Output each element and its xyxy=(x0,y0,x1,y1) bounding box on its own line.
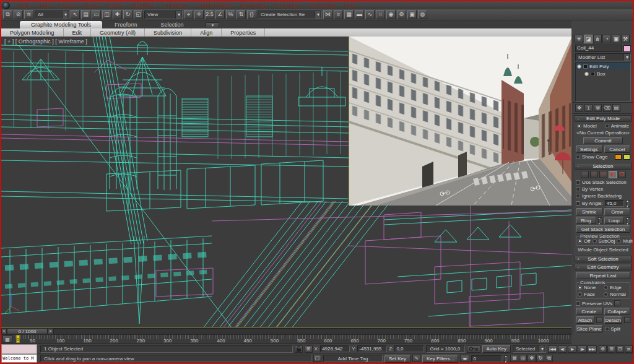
utilities-tab[interactable]: ⚒ xyxy=(621,35,630,43)
field-of-view-icon[interactable]: ◎ xyxy=(519,355,527,362)
animate-radio[interactable]: Animate xyxy=(605,123,629,129)
modify-tab[interactable]: ◪ xyxy=(584,35,593,43)
remove-modifier-icon[interactable]: ⌫ xyxy=(603,104,611,112)
zoom-icon[interactable]: ⊕ xyxy=(599,345,607,353)
menu-item[interactable]: Customize xyxy=(270,2,305,9)
mini-curve-editor-icon[interactable]: ▦ xyxy=(2,336,12,343)
menu-item[interactable]: Edit xyxy=(15,2,33,9)
current-frame-field[interactable]: 0 xyxy=(471,355,502,362)
rollout-header[interactable]: -Edit Geometry xyxy=(575,264,632,271)
menu-item[interactable]: Help xyxy=(340,2,360,9)
time-slider-track[interactable] xyxy=(53,328,571,334)
ring-spinner[interactable] xyxy=(598,217,602,224)
selection-checkbox[interactable]: By Vertex xyxy=(576,186,630,192)
ribbon-panel-tab[interactable]: Properties xyxy=(222,28,265,37)
ribbon-tab[interactable]: Graphite Modeling Tools xyxy=(20,21,102,28)
menu-item[interactable]: Modifiers xyxy=(128,2,159,9)
preserve-uvs-settings-icon[interactable] xyxy=(614,300,620,306)
coordinate-field[interactable]: 4928,942 xyxy=(320,345,350,352)
vertex-subobject-icon[interactable]: ∴ xyxy=(581,171,589,178)
select-and-rotate-icon[interactable]: ↻ xyxy=(123,10,132,19)
rollout-header[interactable]: +Soft Selection xyxy=(575,256,632,262)
modifier-list-dropdown[interactable]: Modifier List xyxy=(575,53,631,61)
camera-viewport[interactable] xyxy=(349,37,571,206)
mirror-icon[interactable]: ⋈ xyxy=(323,10,332,19)
goto-end-button[interactable]: ▶▶| xyxy=(588,345,597,353)
object-color-swatch[interactable] xyxy=(623,45,631,52)
ribbon-minimize-icon[interactable]: ▾ xyxy=(206,22,219,28)
shrink-button[interactable]: Shrink xyxy=(576,208,602,215)
menu-item[interactable]: Rendering xyxy=(236,2,271,9)
make-unique-icon[interactable]: ⋓ xyxy=(594,104,602,112)
constraint-radio[interactable]: Normal xyxy=(604,292,628,297)
object-name-field[interactable]: Coll_44 xyxy=(575,45,622,52)
set-keys-icon[interactable] xyxy=(467,345,480,353)
curve-editor-icon[interactable]: ∿ xyxy=(365,10,375,19)
preview-selection-radio[interactable]: SubObj xyxy=(593,238,615,244)
visibility-bulb-icon[interactable] xyxy=(577,64,581,69)
current-frame-marker[interactable]: 0 xyxy=(16,335,20,343)
edge-subobject-icon[interactable]: ∕ xyxy=(590,171,598,178)
polygon-subobject-icon[interactable]: ■ xyxy=(609,171,617,178)
reference-coordinate-dropdown[interactable]: View xyxy=(144,11,183,19)
split-checkbox[interactable]: Split xyxy=(605,326,631,332)
ribbon-panel-tab[interactable]: Polygon Modeling xyxy=(1,28,64,37)
commit-button[interactable]: Commit xyxy=(583,137,623,144)
select-and-scale-icon[interactable]: ◱ xyxy=(134,10,143,19)
cancel-button[interactable]: Cancel xyxy=(604,145,631,153)
spinner-snap-icon[interactable]: ⇅ xyxy=(237,10,246,19)
select-and-manipulate-icon[interactable]: ✛ xyxy=(194,10,204,19)
preview-selection-radio[interactable]: Multi xyxy=(617,238,633,244)
time-slider-handle[interactable]: 0 / 1000 xyxy=(7,328,48,334)
rollout-header[interactable]: -Selection xyxy=(575,163,632,170)
by-angle-spinner[interactable] xyxy=(626,200,630,207)
zoom-region-icon[interactable]: ⊠ xyxy=(510,355,518,362)
align-icon[interactable]: ≡ xyxy=(334,10,343,19)
coordinate-field[interactable]: 0,0 xyxy=(394,345,424,352)
menu-item[interactable]: Animation xyxy=(159,2,193,9)
rectangular-selection-icon[interactable]: ▭ xyxy=(92,10,101,19)
percent-snap-icon[interactable]: % xyxy=(226,10,235,19)
next-frame-button[interactable]: |▶ xyxy=(578,345,587,353)
set-key-button[interactable]: Set Key xyxy=(384,355,410,363)
configure-modifier-sets-icon[interactable]: ▤ xyxy=(612,104,620,112)
angle-snap-icon[interactable]: ∠ xyxy=(215,10,225,19)
pin-stack-icon[interactable]: ✥ xyxy=(575,104,583,112)
track-bar[interactable]: ▦ 50100150200250300350400450500550600650… xyxy=(1,335,571,344)
hierarchy-tab[interactable]: ⋔ xyxy=(593,35,602,43)
ribbon-panel-tab[interactable]: Subdivision xyxy=(145,28,191,37)
menu-item[interactable]: Tools xyxy=(33,2,55,9)
rendered-frame-icon[interactable]: ▣ xyxy=(407,10,417,19)
loop-button[interactable]: Loop xyxy=(604,217,625,224)
selection-filter-dropdown[interactable]: All xyxy=(35,11,69,19)
grow-button[interactable]: Grow xyxy=(604,208,631,215)
menu-item[interactable]: Views xyxy=(79,2,103,9)
display-tab[interactable]: ▣ xyxy=(612,35,620,43)
unlink-selection-icon[interactable]: ⊘ xyxy=(14,10,23,19)
repeat-last-button[interactable]: Repeat Last xyxy=(576,272,630,279)
time-slider[interactable]: < 0 / 1000 > xyxy=(1,327,571,335)
element-subobject-icon[interactable]: ❒ xyxy=(618,171,626,178)
prev-frame-arrow[interactable]: < xyxy=(1,328,7,334)
attach-settings-icon[interactable] xyxy=(596,317,602,323)
modifier-stack-row[interactable]: Box xyxy=(576,70,630,77)
isolate-selection-icon[interactable]: ▢ xyxy=(313,355,321,362)
menu-item[interactable]: MAXScript xyxy=(305,2,341,9)
by-angle-checkbox[interactable]: By Angle: xyxy=(576,201,603,206)
next-frame-arrow[interactable]: > xyxy=(48,328,53,334)
material-editor-icon[interactable]: ◉ xyxy=(386,10,396,19)
zoom-extents-all-icon[interactable]: ⧈ xyxy=(625,345,633,353)
window-crossing-icon[interactable]: ◫ xyxy=(102,10,111,19)
constraint-radio[interactable]: None xyxy=(578,285,602,290)
attach-button[interactable]: Attach xyxy=(576,316,594,324)
viewport-label[interactable]: [ + ] [ Orthographic ] [ Wireframe ] xyxy=(4,38,87,45)
menu-item[interactable]: Group xyxy=(55,2,79,9)
ring-button[interactable]: Ring xyxy=(576,217,596,224)
zoom-all-icon[interactable]: ⊞ xyxy=(607,345,615,353)
render-setup-icon[interactable]: ⚙ xyxy=(397,10,406,19)
use-pivot-center-icon[interactable]: ⌖ xyxy=(184,10,193,19)
render-icon[interactable]: ◍ xyxy=(418,10,427,19)
model-radio[interactable]: Model xyxy=(577,123,597,129)
selection-checkbox[interactable]: Use Stack Selection xyxy=(576,180,630,185)
key-mode-toggle[interactable]: ◀▶ xyxy=(460,355,469,362)
